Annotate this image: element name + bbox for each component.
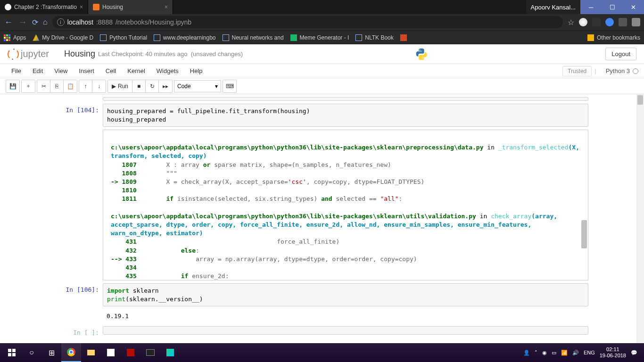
notebook-header: jupyter Housing Last Checkpoint: 40 minu… bbox=[0, 44, 644, 64]
menu-file[interactable]: File bbox=[6, 67, 27, 74]
menu-edit[interactable]: Edit bbox=[27, 67, 49, 74]
explorer-taskbar-icon[interactable] bbox=[81, 343, 101, 362]
wifi-icon[interactable]: 📶 bbox=[561, 350, 568, 356]
menu-kernel[interactable]: Kernel bbox=[122, 67, 151, 74]
close-button[interactable]: ✕ bbox=[623, 0, 644, 14]
jupyter-notebook: jupyter Housing Last Checkpoint: 40 minu… bbox=[0, 44, 644, 343]
back-button[interactable]: ← bbox=[4, 17, 13, 27]
jupyter-circle-icon bbox=[8, 49, 19, 60]
imgur-icon bbox=[290, 34, 297, 41]
battery-icon[interactable]: ▭ bbox=[552, 350, 556, 356]
stop-button[interactable]: ■ bbox=[132, 80, 146, 92]
add-cell-button[interactable]: ＋ bbox=[22, 80, 35, 92]
other-bookmarks[interactable]: Other bookmarks bbox=[587, 34, 640, 41]
move-down-button[interactable]: ↓ bbox=[92, 80, 106, 92]
home-button[interactable]: ⌂ bbox=[43, 18, 48, 26]
clock[interactable]: 02:11 19-06-2018 bbox=[600, 346, 626, 359]
menu-help[interactable]: Help bbox=[184, 67, 208, 74]
location-icon[interactable]: ◉ bbox=[542, 350, 547, 356]
menu-view[interactable]: View bbox=[49, 67, 73, 74]
file-icon bbox=[154, 34, 160, 41]
svg-rect-2 bbox=[8, 349, 11, 352]
maximize-button[interactable]: ☐ bbox=[602, 0, 623, 14]
notifications-icon[interactable]: 💬 bbox=[631, 350, 637, 356]
browser-user[interactable]: Apoorv Kansal... bbox=[526, 0, 580, 14]
start-button[interactable] bbox=[2, 343, 22, 362]
code-input[interactable]: import sklearn print(sklearn.__version__… bbox=[103, 283, 588, 306]
adobe-taskbar-icon[interactable] bbox=[121, 343, 140, 362]
url-input[interactable]: i localhost:8888/notebooks/Housing.ipynb bbox=[52, 16, 563, 28]
minimize-button[interactable]: ─ bbox=[580, 0, 602, 14]
tray-chevron-icon[interactable]: ˄ bbox=[535, 350, 537, 356]
close-icon[interactable]: × bbox=[165, 4, 168, 10]
pycharm-taskbar-icon[interactable] bbox=[160, 343, 180, 362]
notebook-name[interactable]: Housing bbox=[64, 49, 95, 59]
people-icon[interactable]: 👤 bbox=[523, 350, 530, 356]
system-tray: 👤 ˄ ◉ ▭ 📶 🔊 ENG 02:11 19-06-2018 💬 bbox=[519, 346, 642, 359]
bookmark-item[interactable]: Python Tutorial bbox=[100, 34, 147, 41]
run-button[interactable]: ▶ Run bbox=[108, 80, 132, 92]
menu-insert[interactable]: Insert bbox=[73, 67, 100, 74]
bookmark-star-icon[interactable]: ☆ bbox=[568, 18, 574, 27]
language-indicator[interactable]: ENG bbox=[584, 350, 595, 355]
move-up-button[interactable]: ↑ bbox=[79, 80, 92, 92]
input-prompt: In [106]: bbox=[56, 283, 103, 306]
traceback-output[interactable]: c:\users\apoor\appdata\local\programs\py… bbox=[103, 130, 588, 280]
terminal-taskbar-icon[interactable] bbox=[140, 343, 160, 362]
output-cell: 0.19.1 bbox=[56, 309, 588, 323]
close-icon[interactable]: × bbox=[80, 4, 83, 10]
windows-taskbar: ○ ⊞ 👤 ˄ ◉ ▭ 📶 🔊 ENG 02:11 19-06-2018 💬 bbox=[0, 343, 644, 362]
bookmark-item[interactable]: My Drive - Google D bbox=[33, 34, 93, 41]
code-cell[interactable]: In [106]: import sklearn print(sklearn._… bbox=[56, 283, 588, 306]
info-icon[interactable]: i bbox=[57, 18, 65, 26]
app-taskbar-icon[interactable] bbox=[101, 343, 121, 362]
copy-button[interactable]: ⎘ bbox=[50, 80, 64, 92]
task-view-button[interactable]: ⊞ bbox=[41, 343, 61, 362]
extension-icon[interactable] bbox=[592, 18, 601, 26]
command-palette-button[interactable]: ⌨ bbox=[223, 80, 236, 92]
jupyter-logo[interactable]: jupyter bbox=[8, 49, 59, 60]
save-button[interactable]: 💾 bbox=[6, 80, 19, 92]
forward-button[interactable]: → bbox=[18, 17, 27, 27]
notebook-cells[interactable]: In [104]: housing_prepared = full_pipeli… bbox=[0, 94, 644, 343]
code-input[interactable] bbox=[103, 326, 588, 335]
extension-icon[interactable] bbox=[579, 18, 587, 26]
volume-icon[interactable]: 🔊 bbox=[572, 350, 579, 356]
page-scrollbar[interactable] bbox=[636, 94, 644, 343]
browser-tab-active[interactable]: Housing × bbox=[88, 0, 173, 14]
bookmarks-bar: Apps My Drive - Google D Python Tutorial… bbox=[0, 30, 644, 44]
menu-widgets[interactable]: Widgets bbox=[151, 67, 184, 74]
extension-icon[interactable] bbox=[605, 18, 614, 26]
logout-button[interactable]: Logout bbox=[605, 48, 636, 60]
chevron-down-icon: ▾ bbox=[215, 83, 218, 90]
kernel-idle-icon bbox=[633, 68, 638, 74]
chrome-taskbar-icon[interactable] bbox=[61, 343, 81, 362]
code-cell[interactable]: In [104]: housing_prepared = full_pipeli… bbox=[56, 104, 588, 127]
code-input[interactable]: housing_prepared = full_pipeline.fit_tra… bbox=[103, 104, 588, 127]
bookmark-item[interactable] bbox=[400, 34, 407, 41]
paste-button[interactable]: 📋 bbox=[64, 80, 77, 92]
extension-icon[interactable] bbox=[632, 18, 640, 26]
cut-button[interactable]: ✂ bbox=[37, 80, 50, 92]
input-prompt: In [104]: bbox=[56, 104, 103, 127]
code-cell[interactable]: In [ ]: bbox=[56, 326, 588, 336]
cortana-button[interactable]: ○ bbox=[22, 343, 41, 362]
apps-button[interactable]: Apps bbox=[4, 34, 26, 41]
folder-icon bbox=[587, 34, 594, 41]
restart-run-button[interactable]: ▸▸ bbox=[159, 80, 172, 92]
scrollbar[interactable] bbox=[581, 220, 587, 248]
menu-bar: File Edit View Insert Cell Kernel Widget… bbox=[0, 64, 644, 78]
cell-type-select[interactable]: Code▾ bbox=[174, 80, 221, 92]
kernel-indicator[interactable]: Python 3 bbox=[606, 67, 638, 74]
bookmark-item[interactable]: Meme Generator - I bbox=[290, 34, 349, 41]
browser-tab[interactable]: Chapter 2 :Transformatio × bbox=[0, 0, 88, 14]
bookmark-item[interactable]: NLTK Book bbox=[355, 34, 393, 41]
svg-rect-3 bbox=[12, 349, 16, 352]
bookmark-item[interactable]: Neural networks and bbox=[223, 34, 284, 41]
reload-button[interactable]: ⟳ bbox=[32, 18, 38, 27]
menu-cell[interactable]: Cell bbox=[100, 67, 122, 74]
trusted-badge[interactable]: Trusted bbox=[562, 66, 592, 76]
extension-icon[interactable] bbox=[619, 18, 627, 26]
restart-button[interactable]: ↻ bbox=[146, 80, 159, 92]
bookmark-item[interactable]: www.deeplearningbo bbox=[154, 34, 215, 41]
